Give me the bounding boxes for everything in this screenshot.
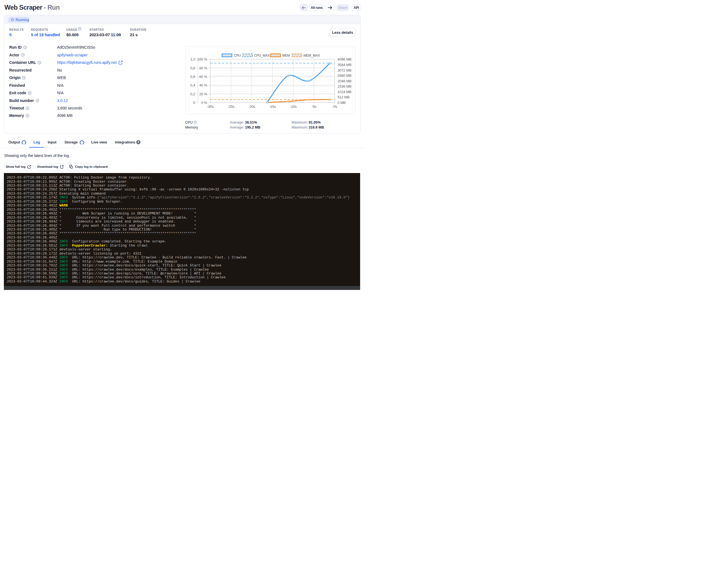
svg-text:?: ? <box>29 91 30 94</box>
svg-text:1,0: 1,0 <box>190 57 195 61</box>
svg-text:?: ? <box>194 121 196 124</box>
svg-text:CPU_MAX: CPU_MAX <box>254 54 270 57</box>
svg-text:2048 MB: 2048 MB <box>337 79 352 83</box>
svg-text:?: ? <box>23 76 25 79</box>
svg-text:-10s: -10s <box>290 104 296 109</box>
svg-text:3584 MB: 3584 MB <box>337 63 352 67</box>
svg-text:512 MB: 512 MB <box>337 95 349 99</box>
svg-text:0: 0 <box>193 101 195 105</box>
svg-text:40 %: 40 % <box>199 83 207 87</box>
svg-text:0 MB: 0 MB <box>337 101 346 105</box>
svg-text:60 %: 60 % <box>199 75 207 79</box>
svg-text:20 %: 20 % <box>199 92 207 96</box>
svg-text:?: ? <box>36 99 38 102</box>
svg-text:1024 MB: 1024 MB <box>337 90 352 94</box>
svg-text:-20s: -20s <box>248 104 255 109</box>
svg-text:?: ? <box>79 28 80 30</box>
svg-text:?: ? <box>39 61 40 64</box>
svg-text:4096 MB: 4096 MB <box>337 57 352 61</box>
svg-text:0,8: 0,8 <box>190 66 195 70</box>
svg-text:-5s: -5s <box>311 104 316 109</box>
svg-text:CPU: CPU <box>234 54 241 57</box>
svg-text:80 %: 80 % <box>199 66 207 70</box>
svg-text:?: ? <box>22 54 23 56</box>
svg-text:0,6: 0,6 <box>190 75 195 79</box>
svg-text:100 %: 100 % <box>197 57 207 61</box>
svg-text:0 %: 0 % <box>201 101 207 105</box>
svg-text:-25s: -25s <box>228 104 234 109</box>
svg-text:?: ? <box>24 46 26 49</box>
svg-text:MEM: MEM <box>282 54 290 57</box>
svg-text:MEM_MAX: MEM_MAX <box>304 54 320 57</box>
svg-text:-30s: -30s <box>207 104 214 109</box>
svg-text:0,4: 0,4 <box>190 83 195 87</box>
svg-text:1536 MB: 1536 MB <box>337 84 352 88</box>
svg-text:?: ? <box>27 107 28 109</box>
svg-text:2560 MB: 2560 MB <box>337 74 352 78</box>
svg-text:?: ? <box>27 114 28 117</box>
svg-text:0,2: 0,2 <box>190 92 195 96</box>
svg-text:-0s: -0s <box>332 104 337 109</box>
svg-text:-15s: -15s <box>269 104 276 109</box>
svg-text:3072 MB: 3072 MB <box>337 68 352 73</box>
